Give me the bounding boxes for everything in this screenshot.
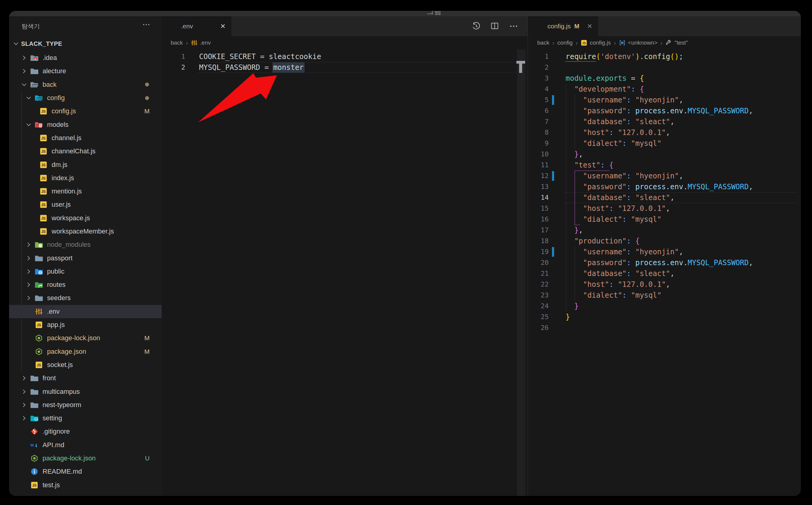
tree-row-API.md[interactable]: MAPI.md xyxy=(9,439,162,452)
tree-row-package.json[interactable]: package.jsonM xyxy=(9,345,162,358)
code-line-1[interactable]: 1require('dotenv').config(); xyxy=(528,51,801,62)
tree-row-channelChat.js[interactable]: JSchannelChat.js xyxy=(9,145,162,158)
tree-row-.idea[interactable]: .idea xyxy=(9,51,162,64)
history-icon[interactable] xyxy=(471,21,481,31)
file-label: routes xyxy=(47,281,66,289)
tree-row-test.js[interactable]: JStest.js xyxy=(9,479,162,492)
tree-row-channel.js[interactable]: JSchannel.js xyxy=(9,131,162,145)
scrollbar[interactable] xyxy=(517,49,526,496)
code-line-25[interactable]: 25} xyxy=(528,312,801,322)
chevron-spacer xyxy=(29,214,39,222)
breadcrumb-item[interactable]: .env xyxy=(191,39,211,46)
tree-row-setting[interactable]: setting xyxy=(9,411,162,425)
tree-row-nest-typeorm[interactable]: nest-typeorm xyxy=(9,398,162,411)
code-line-17[interactable]: 17 }, xyxy=(528,225,801,235)
tree-row-config.js[interactable]: JSconfig.jsM xyxy=(9,105,162,118)
svg-text:JS: JS xyxy=(32,483,37,488)
code-line-14[interactable]: 14 "database": "sleact", xyxy=(528,192,801,203)
tree-row-package-lock.json[interactable]: package-lock.jsonU xyxy=(9,452,162,465)
svg-text:JS: JS xyxy=(41,216,46,220)
tree-row-package-lock.json[interactable]: package-lock.jsonM xyxy=(9,331,162,345)
gutter-modified-indicator xyxy=(552,171,554,181)
code-text: "test": { xyxy=(566,160,613,171)
code-line-2[interactable]: 2 xyxy=(528,62,801,73)
split-icon[interactable] xyxy=(490,21,500,31)
breadcrumb-label: <unknown> xyxy=(628,39,658,46)
close-icon[interactable]: × xyxy=(221,22,225,30)
code-line-22[interactable]: 22 "host": "127.0.0.1", xyxy=(528,279,801,290)
code-line-8[interactable]: 8 "host": "127.0.0.1", xyxy=(528,127,801,138)
public-folder-icon xyxy=(35,267,43,276)
line-number: 17 xyxy=(528,225,549,235)
code-text: "production": { xyxy=(566,235,640,246)
file-label: .idea xyxy=(42,54,57,62)
env-editor-surface[interactable]: 1COOKIE_SECRET = sleactcookie2MYSQL_PASS… xyxy=(162,49,528,73)
tab-config-js[interactable]: config.js M × xyxy=(528,16,598,36)
line-number: 4 xyxy=(528,84,549,95)
code-line-23[interactable]: 23 "dialect": "mysql" xyxy=(528,290,801,301)
tree-row-config[interactable]: config xyxy=(9,91,162,105)
code-line-3[interactable]: 3module.exports = { xyxy=(528,73,801,84)
tree-row-seeders[interactable]: seeders xyxy=(9,291,162,305)
tree-row-public[interactable]: public xyxy=(9,265,162,278)
tree-row-alecture[interactable]: alecture xyxy=(9,64,162,78)
code-line-1[interactable]: 1COOKIE_SECRET = sleactcookie xyxy=(162,51,528,62)
tree-row-dm.js[interactable]: JSdm.js xyxy=(9,158,162,171)
code-line-26[interactable]: 26 xyxy=(528,322,801,333)
code-text: "host": "127.0.0.1", xyxy=(566,279,670,290)
close-icon[interactable]: × xyxy=(587,22,592,30)
tree-row-.env[interactable]: .env xyxy=(9,305,162,318)
tree-row-models[interactable]: models xyxy=(9,118,162,131)
code-line-12[interactable]: 12 "username": "hyeonjin", xyxy=(528,171,801,181)
code-line-6[interactable]: 6 "password": process.env.MYSQL_PASSWORD… xyxy=(528,106,801,116)
breadcrumb-item[interactable]: back xyxy=(537,39,549,46)
breadcrumb-item[interactable]: back xyxy=(171,39,183,46)
tree-row-.gitignore[interactable]: .gitignore xyxy=(9,425,162,438)
tree-row-front[interactable]: front xyxy=(9,371,162,385)
tab-env[interactable]: .env × xyxy=(162,16,231,36)
tree-row-socket.js[interactable]: JSsocket.js xyxy=(9,358,162,371)
tree-row-node-modules[interactable]: node_modules xyxy=(9,238,162,251)
breadcrumb-item[interactable]: "test" xyxy=(665,39,688,46)
more-actions-icon[interactable]: ⋯ xyxy=(142,20,151,29)
code-line-20[interactable]: 20 "password": process.env.MYSQL_PASSWOR… xyxy=(528,257,801,268)
code-line-7[interactable]: 7 "database": "sleact", xyxy=(528,116,801,127)
tree-row-passport[interactable]: passport xyxy=(9,251,162,265)
explorer-header: 탐색기 ⋯ xyxy=(9,16,162,36)
code-line-15[interactable]: 15 "host": "127.0.0.1", xyxy=(528,203,801,214)
tree-root-slack-type[interactable]: SLACK_TYPE xyxy=(9,37,162,50)
line-number: 6 xyxy=(528,106,549,116)
chevron-down-icon xyxy=(20,80,30,89)
tree-row-user.js[interactable]: JSuser.js xyxy=(9,198,162,211)
tree-row-workspace.js[interactable]: JSworkspace.js xyxy=(9,211,162,225)
tree-row-mention.js[interactable]: JSmention.js xyxy=(9,185,162,198)
env-file-icon xyxy=(169,22,177,30)
code-line-18[interactable]: 18 "production": { xyxy=(528,235,801,246)
code-line-13[interactable]: 13 "password": process.env.MYSQL_PASSWOR… xyxy=(528,181,801,192)
tree-row-workspaceMember.js[interactable]: JSworkspaceMember.js xyxy=(9,225,162,238)
breadcrumb-item[interactable]: config xyxy=(557,39,573,46)
tree-row-routes[interactable]: routes xyxy=(9,278,162,291)
tree-row-multicampus[interactable]: multicampus xyxy=(9,385,162,398)
file-label: setting xyxy=(42,414,62,422)
config-editor-surface[interactable]: 1require('dotenv').config();23module.exp… xyxy=(528,49,801,333)
more-icon[interactable] xyxy=(509,21,518,31)
idea-folder-icon xyxy=(30,54,38,62)
code-line-11[interactable]: 11 "test": { xyxy=(528,160,801,171)
breadcrumb-item[interactable]: JSconfig.js xyxy=(581,39,611,46)
tree-row-index.js[interactable]: JSindex.js xyxy=(9,171,162,185)
code-line-19[interactable]: 19 "username": "hyeonjin", xyxy=(528,246,801,257)
tree-row-README.md[interactable]: README.md xyxy=(9,465,162,478)
code-line-16[interactable]: 16 "dialect": "mysql" xyxy=(528,214,801,225)
code-line-9[interactable]: 9 "dialect": "mysql" xyxy=(528,138,801,149)
breadcrumb-item[interactable]: <unknown> xyxy=(619,39,658,46)
code-line-4[interactable]: 4 "development": { xyxy=(528,84,801,95)
code-line-5[interactable]: 5 "username": "hyeonjin", xyxy=(528,95,801,106)
code-line-2[interactable]: 2MYSQL_PASSWORD = monster xyxy=(162,62,528,73)
code-line-10[interactable]: 10 }, xyxy=(528,149,801,160)
breadcrumb-env: back›.env xyxy=(162,36,528,49)
code-line-21[interactable]: 21 "database": "sleact", xyxy=(528,268,801,279)
tree-row-back[interactable]: back xyxy=(9,78,162,91)
tree-row-app.js[interactable]: JSapp.js xyxy=(9,318,162,331)
code-line-24[interactable]: 24 } xyxy=(528,301,801,312)
